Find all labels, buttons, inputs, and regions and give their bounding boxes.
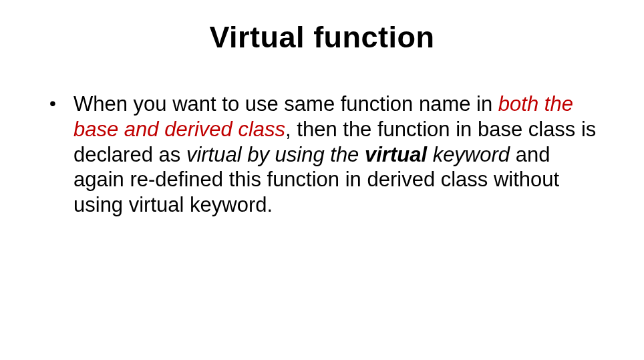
slide: Virtual function When you want to use sa…	[0, 0, 644, 360]
bullet-item: When you want to use same function name …	[64, 92, 604, 218]
text-virtual-keyword: virtual	[365, 143, 427, 166]
slide-title: Virtual function	[40, 20, 604, 55]
text-italic-1: virtual by using the	[186, 143, 365, 166]
slide-body: When you want to use same function name …	[40, 92, 604, 218]
text-plain-1: When you want to use same function name …	[73, 92, 498, 116]
text-italic-2: keyword	[427, 143, 510, 166]
bullet-list: When you want to use same function name …	[40, 92, 604, 218]
